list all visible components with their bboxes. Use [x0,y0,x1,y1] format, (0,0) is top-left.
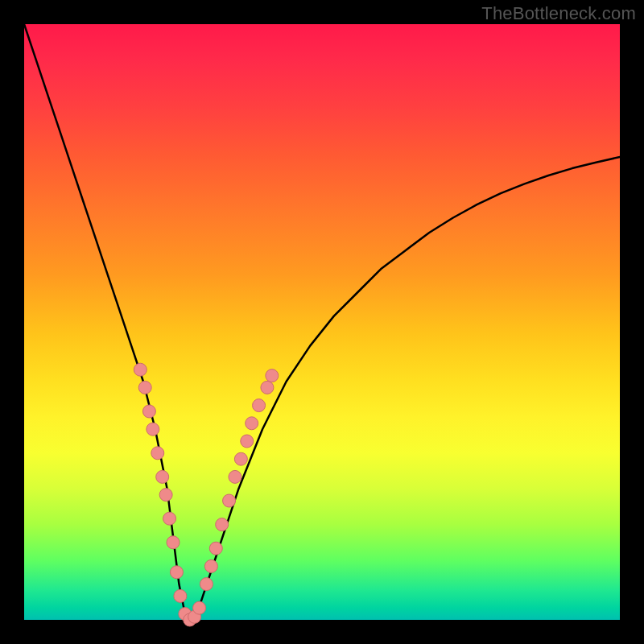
data-point [253,399,266,412]
data-markers [134,363,279,626]
data-point [216,518,229,531]
data-point [138,381,151,394]
data-point [163,512,176,525]
data-point [151,447,164,460]
data-point [134,363,147,376]
data-point [200,578,213,591]
data-point [266,369,279,382]
data-point [167,536,180,549]
data-point [170,566,183,579]
data-point [209,542,222,555]
data-point [174,589,187,602]
data-point [223,494,236,507]
data-point [159,489,172,502]
chart-svg [24,24,620,620]
data-point [261,381,274,394]
data-point [156,470,169,483]
data-point [193,601,206,614]
data-point [246,417,258,430]
data-point [147,423,159,436]
data-point [234,452,247,465]
chart-frame: TheBottleneck.com [0,0,644,644]
data-point [229,470,242,483]
plot-area [24,24,620,620]
data-point [241,435,254,448]
watermark-text: TheBottleneck.com [481,3,636,24]
data-point [142,405,155,418]
bottleneck-curve [24,24,620,620]
data-point [204,559,217,572]
